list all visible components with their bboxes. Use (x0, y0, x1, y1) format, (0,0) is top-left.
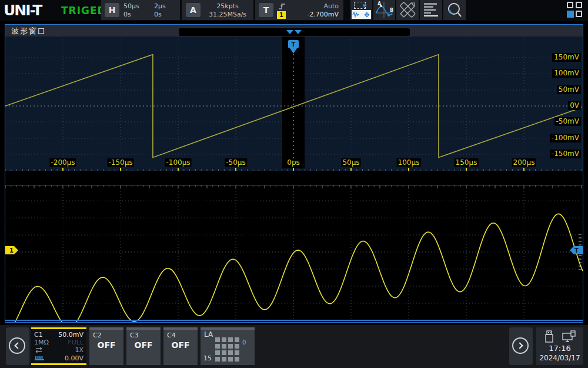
expand-right-button[interactable] (509, 327, 533, 365)
bar-list-icon (420, 0, 442, 20)
panel-top-strip (126, 327, 161, 330)
voltage-scale-label: 50mV (557, 85, 581, 94)
channel4-panel[interactable]: C4 OFF (163, 327, 198, 365)
view-separator (5, 171, 583, 185)
voltage-scale-label: -50mV (554, 117, 582, 126)
acquire-settings-panel[interactable]: A 25kpts 31.25MSa/s (182, 0, 253, 20)
time-scale-label: -150μs (107, 158, 133, 167)
time-scale-label: 200μs (512, 158, 536, 167)
waveform-window: 波形窗口 T 150mV100mV50mV0V-50mV-100mV-150mV… (5, 24, 583, 323)
channel2-panel[interactable]: C2 OFF (89, 327, 123, 365)
clock-time: 17:16 (536, 344, 583, 353)
svg-text:A: A (377, 1, 382, 6)
c1-scale-value: 50.0mV (58, 331, 83, 339)
horizontal-settings-panel[interactable]: H 50μs 0s 2μs 0s (101, 0, 180, 20)
trigger-source-badge: 1 (277, 11, 286, 19)
voltage-scale-label: 100mV (552, 69, 581, 78)
cursor-arrow-icon (362, 3, 368, 9)
zoom-timebase-value: 2μs (154, 2, 166, 10)
waveform-move-icon (352, 10, 371, 19)
svg-text:1: 1 (9, 247, 14, 254)
tools-button[interactable] (396, 0, 419, 20)
time-scale-label: -200μs (49, 158, 76, 167)
h-offset-value: 0s (123, 11, 131, 18)
trigger-level-value: -2.700mV (307, 11, 339, 18)
c1-probe-value: 1X (75, 346, 83, 354)
layout-square-tl (567, 2, 573, 8)
memory-depth-value: 25kpts (205, 2, 250, 10)
la-name: LA (204, 330, 213, 339)
c1-offset-value: 0.00V (65, 354, 83, 362)
panel-top-strip (201, 327, 255, 330)
usb-drive-icon (544, 330, 554, 343)
measure-list-button[interactable] (420, 0, 442, 20)
panel-top-strip (89, 327, 123, 330)
acquire-button[interactable]: A (186, 3, 201, 17)
bandwidth-comb-icon (34, 355, 45, 361)
position-marker-right-icon (295, 30, 302, 34)
c2-name: C2 (93, 331, 102, 339)
bottom-border-line (5, 320, 583, 321)
trigger-button[interactable]: T (259, 3, 273, 17)
trigger-mode-value: Auto (323, 2, 339, 10)
main-plot: 1T (5, 185, 583, 322)
cursor-ab-icon: A B (373, 0, 395, 20)
zoom-plot: T (5, 37, 583, 171)
c1-active-strip-top (31, 327, 86, 329)
c1-active-strip-bottom (31, 363, 86, 365)
trigger-settings-panel[interactable]: T 1 Auto -2.700mV (255, 0, 343, 20)
voltage-scale-label: -100mV (550, 134, 581, 142)
collapse-left-button[interactable] (6, 327, 29, 365)
trigger-status-text: TRIGED (61, 5, 106, 16)
voltage-scale-label: 0V (568, 101, 581, 110)
logic-analyzer-panel[interactable]: LA 0 15 (201, 327, 255, 365)
coupling-icon (34, 347, 44, 353)
timebase-value: 50μs (123, 2, 139, 10)
rising-edge-icon (278, 2, 286, 11)
waveform-window-titlebar: 波形窗口 (5, 25, 583, 37)
bottom-status-bar: C1 50.0mV 1MΩ FULL 1X 0.00V C2 OF (0, 325, 588, 368)
c1-impedance-value: 1MΩ (34, 339, 49, 346)
time-scale-label: -100μs (165, 158, 191, 167)
horizontal-button[interactable]: H (105, 3, 119, 17)
main-waveform-view[interactable]: 1T (5, 185, 583, 322)
time-scale-label: 150μs (455, 158, 479, 167)
c1-bandwidth-value: FULL (68, 339, 83, 346)
search-icon (443, 0, 466, 20)
search-button[interactable] (443, 0, 466, 20)
brand-logo: UNI-T (4, 2, 59, 18)
voltage-scale-label: -150mV (550, 150, 581, 158)
c1-name: C1 (34, 331, 43, 339)
remote-pc-icon (562, 330, 576, 343)
top-toolbar: UNI-T TRIGED H 50μs 0s 2μs 0s A 25kpts 3… (0, 0, 588, 21)
voltage-scale-label: 150mV (552, 53, 581, 62)
channel3-panel[interactable]: C3 OFF (126, 327, 161, 365)
panel-top-strip (163, 327, 198, 330)
c4-name: C4 (167, 331, 176, 339)
window-title: 波形窗口 (11, 26, 46, 37)
c2-state: OFF (89, 340, 123, 350)
zoom-waveform-view[interactable]: T 150mV100mV50mV0V-50mV-100mV-150mV-200μ… (5, 37, 583, 171)
svg-text:B: B (390, 8, 393, 13)
record-position-scrollbar[interactable] (179, 28, 410, 36)
cursor-measure-button[interactable]: A B (373, 0, 395, 20)
time-scale-label: 50μs (341, 158, 360, 167)
clock-date: 2024/03/17 (536, 354, 583, 362)
zoom-pan-tool-button[interactable] (350, 0, 372, 20)
svg-text:T: T (574, 247, 579, 254)
c3-name: C3 (130, 331, 139, 339)
system-info-panel[interactable]: 17:16 2024/03/17 (536, 327, 583, 365)
c4-state: OFF (163, 340, 198, 350)
layout-square-bl-active (567, 11, 574, 18)
channel1-panel[interactable]: C1 50.0mV 1MΩ FULL 1X 0.00V (31, 327, 86, 365)
crossed-tools-icon (396, 0, 419, 20)
window-layout-button[interactable] (567, 2, 583, 18)
time-scale-label: -50μs (225, 158, 247, 167)
position-marker-left-icon (286, 30, 293, 34)
time-scale-label: 0ps (286, 158, 301, 167)
c3-state: OFF (126, 340, 161, 350)
la-bits: 15 (203, 354, 212, 362)
la-channel-grid-icon (215, 337, 239, 362)
active-highlight (352, 10, 371, 19)
la-value: 0 (242, 339, 246, 346)
